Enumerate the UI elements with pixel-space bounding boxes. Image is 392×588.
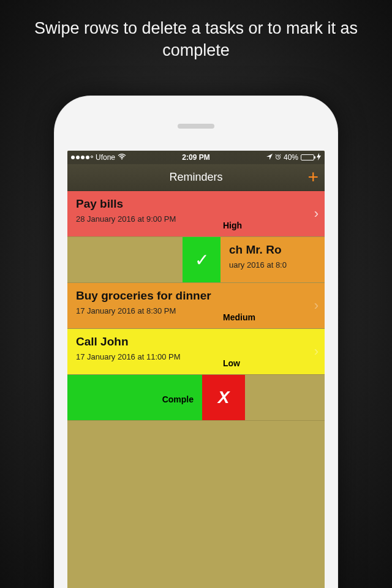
carrier-label: Ufone	[96, 153, 115, 162]
promo-caption: Swipe rows to delete a tasks or to mark …	[0, 0, 392, 73]
reminder-date: 17 January 2016 at 11:00 PM	[76, 352, 181, 361]
signal-icon	[71, 156, 93, 159]
swipe-reveal-left: ✓	[67, 237, 221, 282]
page-title: Reminders	[169, 171, 222, 184]
delete-button[interactable]: X	[202, 375, 245, 420]
phone-speaker	[178, 124, 214, 129]
chevron-right-icon[interactable]: ›	[314, 298, 318, 314]
reminders-list: Pay bills 28 January 2016 at 9:00 PM Hig…	[67, 191, 325, 421]
charging-icon	[317, 153, 321, 162]
chevron-right-icon[interactable]: ›	[314, 344, 318, 360]
swipe-reveal-right: X	[202, 375, 325, 420]
nav-bar: Reminders +	[67, 164, 325, 191]
reminder-row[interactable]: Call John 17 January 2016 at 11:00 PM Lo…	[67, 329, 325, 375]
reminder-priority: High	[223, 221, 242, 230]
reminder-date: uary 2016 at 8:0	[229, 260, 287, 270]
reminder-date: 28 January 2016 at 9:00 PM	[76, 214, 176, 224]
reminder-row[interactable]: M Comple X	[67, 375, 325, 421]
reminder-date: 17 January 2016 at 8:30 PM	[76, 306, 176, 315]
swipe-blank	[245, 375, 325, 420]
location-icon	[266, 153, 273, 162]
chevron-right-icon[interactable]: ›	[314, 206, 318, 222]
reminder-row[interactable]: Pay bills 28 January 2016 at 9:00 PM Hig…	[67, 191, 325, 237]
reminder-title: ch Mr. Ro	[229, 243, 325, 257]
reminder-priority: Low	[223, 358, 240, 368]
screen: Ufone 2:09 PM 40% Remin	[67, 151, 325, 588]
status-left: Ufone	[71, 153, 126, 162]
phone-frame: Ufone 2:09 PM 40% Remin	[54, 96, 338, 588]
add-button[interactable]: +	[307, 168, 318, 186]
battery-pct: 40%	[284, 153, 298, 162]
reminder-title: Buy groceries for dinner	[76, 289, 316, 303]
battery-icon	[301, 154, 314, 160]
status-bar: Ufone 2:09 PM 40%	[67, 151, 325, 164]
svg-point-0	[121, 159, 123, 160]
reminder-priority: Medium	[223, 312, 255, 322]
alarm-icon	[275, 153, 281, 162]
reminder-title: Pay bills	[76, 197, 316, 211]
reminder-title: Call John	[76, 335, 316, 349]
complete-button[interactable]: ✓	[183, 237, 221, 282]
status-right: 40%	[266, 153, 321, 162]
reminder-row[interactable]: ✓ ch Mr. Ro uary 2016 at 8:0	[67, 237, 325, 283]
swipe-blank	[67, 237, 183, 282]
wifi-icon	[118, 154, 126, 161]
reminder-row[interactable]: Buy groceries for dinner 17 January 2016…	[67, 283, 325, 329]
reminder-status: Comple	[162, 394, 194, 404]
